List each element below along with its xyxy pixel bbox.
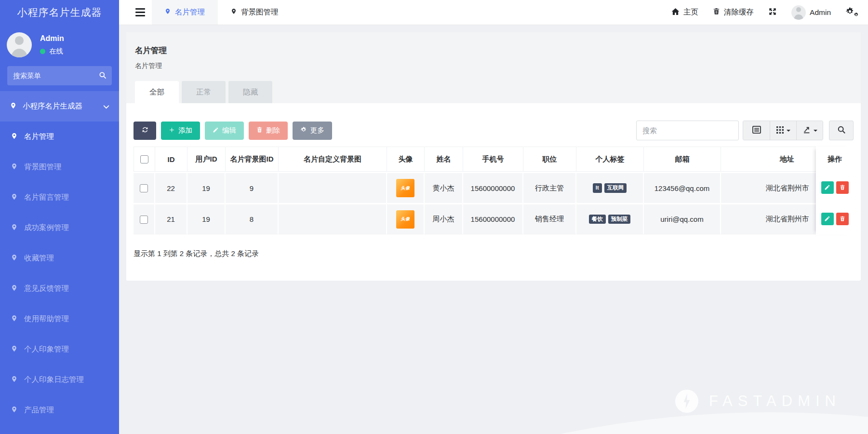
- map-pin-icon: [11, 132, 17, 142]
- filter-tabs: 全部 正常 隐藏: [135, 81, 852, 103]
- col-header-operation: 操作: [816, 147, 854, 172]
- clear-cache-button[interactable]: 清除缓存: [713, 7, 754, 17]
- common-search-toggle-button[interactable]: [743, 121, 770, 140]
- sidebar-item-feedback-management[interactable]: 意见反馈管理: [0, 273, 119, 304]
- tag-badge: It: [593, 183, 602, 193]
- tag-badge: 互联网: [604, 183, 627, 193]
- sidebar-item-impression-log-management[interactable]: 个人印象日志管理: [0, 365, 119, 395]
- export-dropdown-button[interactable]: [796, 121, 823, 140]
- refresh-icon: [141, 126, 149, 135]
- topbar-tab-background-management[interactable]: 背景图管理: [218, 0, 292, 25]
- map-pin-icon: [11, 345, 17, 354]
- cell-phone: 15600000000: [463, 172, 523, 203]
- sidebar-item-card-management[interactable]: 名片管理: [0, 122, 119, 152]
- col-header-phone: 手机号: [463, 147, 523, 172]
- row-edit-button[interactable]: [821, 213, 834, 225]
- map-pin-icon: [11, 314, 17, 324]
- tag-badge: 餐饮: [589, 215, 606, 224]
- sidebar-item-label: 个人印象管理: [24, 344, 69, 354]
- col-header-avatar: 头像: [387, 147, 425, 172]
- row-checkbox[interactable]: [140, 216, 148, 224]
- user-menu[interactable]: Admin: [791, 5, 831, 20]
- sidebar-item-product-management[interactable]: 产品管理: [0, 395, 119, 425]
- grid-icon: [776, 126, 784, 135]
- topbar-tab-label: 名片管理: [175, 7, 205, 17]
- user-status: 在线: [40, 47, 64, 56]
- cell-position: 行政主管: [523, 172, 576, 203]
- caret-down-icon: [787, 130, 790, 134]
- edit-button[interactable]: 编辑: [205, 122, 244, 140]
- page-title: 名片管理: [135, 45, 852, 56]
- home-button[interactable]: 主页: [671, 7, 698, 17]
- user-status-label: 在线: [49, 47, 63, 56]
- sidebar-item-label: 成功案例管理: [24, 223, 69, 233]
- col-header-position: 职位: [523, 147, 576, 172]
- more-button[interactable]: 更多: [293, 122, 332, 140]
- col-header-name: 姓名: [425, 147, 463, 172]
- background-arc: [119, 412, 868, 434]
- user-avatar: [7, 32, 32, 57]
- cell-name: 周小杰: [425, 203, 463, 234]
- clear-cache-label: 清除缓存: [724, 7, 754, 17]
- hamburger-icon[interactable]: [135, 8, 145, 16]
- cell-name: 黄小杰: [425, 172, 463, 203]
- search-submit-button[interactable]: [829, 121, 854, 140]
- col-header-id: ID: [155, 147, 187, 172]
- menu-search-input[interactable]: [7, 66, 112, 85]
- gear-icon: [300, 126, 307, 135]
- col-header-user-id: 用户ID: [187, 147, 226, 172]
- sidebar: 小程序名片生成器 Admin 在线 小程序名片生成器: [0, 0, 119, 434]
- sidebar-item-label: 使用帮助管理: [24, 314, 69, 324]
- avatar-image[interactable]: 头像: [396, 210, 414, 229]
- add-label: 添加: [178, 126, 192, 135]
- table-row: 21 19 8 头像 周小杰 15600000000 销售经理: [134, 203, 854, 234]
- sidebar-menu: 小程序名片生成器 名片管理 背景图管理 名片留言管理 成功案例管理 收: [0, 91, 119, 425]
- filter-tab-all[interactable]: 全部: [135, 81, 179, 103]
- sidebar-item-help-management[interactable]: 使用帮助管理: [0, 304, 119, 334]
- filter-tab-hidden[interactable]: 隐藏: [228, 81, 272, 103]
- row-delete-button[interactable]: [836, 213, 849, 225]
- gears-icon[interactable]: [845, 7, 858, 18]
- sidebar-item-success-case-management[interactable]: 成功案例管理: [0, 213, 119, 243]
- trash-icon: [713, 7, 720, 17]
- sidebar-user-panel: Admin 在线: [0, 25, 119, 60]
- sidebar-item-card-message-management[interactable]: 名片留言管理: [0, 182, 119, 213]
- refresh-button[interactable]: [134, 122, 156, 140]
- row-delete-button[interactable]: [836, 181, 849, 194]
- row-checkbox[interactable]: [140, 184, 148, 192]
- home-icon: [671, 8, 680, 17]
- filter-tab-normal[interactable]: 正常: [182, 81, 226, 103]
- cell-email: uriri@qq.com: [644, 203, 721, 234]
- table-row: 22 19 9 头像 黄小杰 15600000000 行政主管: [134, 172, 854, 203]
- map-pin-icon: [231, 8, 237, 17]
- cell-position: 销售经理: [523, 203, 576, 234]
- cell-id: 21: [155, 203, 187, 234]
- sidebar-item-favorites-management[interactable]: 收藏管理: [0, 243, 119, 273]
- sidebar-item-impression-management[interactable]: 个人印象管理: [0, 334, 119, 365]
- map-pin-icon: [11, 406, 17, 415]
- cell-tags: 餐饮 预制菜: [576, 203, 644, 234]
- topbar-tab-card-management[interactable]: 名片管理: [152, 0, 218, 25]
- columns-dropdown-button[interactable]: [770, 121, 796, 140]
- sidebar-group-label: 小程序名片生成器: [23, 101, 82, 111]
- cell-custom-bg: [279, 203, 387, 234]
- cell-bg-id: 8: [226, 203, 279, 234]
- select-all-checkbox[interactable]: [140, 155, 148, 163]
- cell-id: 22: [155, 172, 187, 203]
- avatar-image[interactable]: 头像: [396, 179, 414, 197]
- table-search-input[interactable]: [636, 121, 739, 140]
- content-panel: 名片管理 名片管理 全部 正常 隐藏: [126, 32, 861, 281]
- cell-phone: 15600000000: [463, 203, 523, 234]
- fullscreen-button[interactable]: [768, 7, 777, 18]
- delete-button[interactable]: 删除: [249, 122, 288, 140]
- map-pin-icon: [11, 193, 17, 203]
- panel-heading: 名片管理 名片管理 全部 正常 隐藏: [126, 32, 861, 103]
- app-title: 小程序名片生成器: [0, 0, 119, 25]
- map-pin-icon: [11, 163, 17, 172]
- add-button[interactable]: 添加: [161, 122, 200, 140]
- sidebar-item-background-management[interactable]: 背景图管理: [0, 152, 119, 182]
- sidebar-group-app[interactable]: 小程序名片生成器: [0, 91, 119, 122]
- map-pin-icon: [11, 284, 17, 294]
- row-edit-button[interactable]: [821, 181, 834, 194]
- trash-icon: [256, 126, 263, 135]
